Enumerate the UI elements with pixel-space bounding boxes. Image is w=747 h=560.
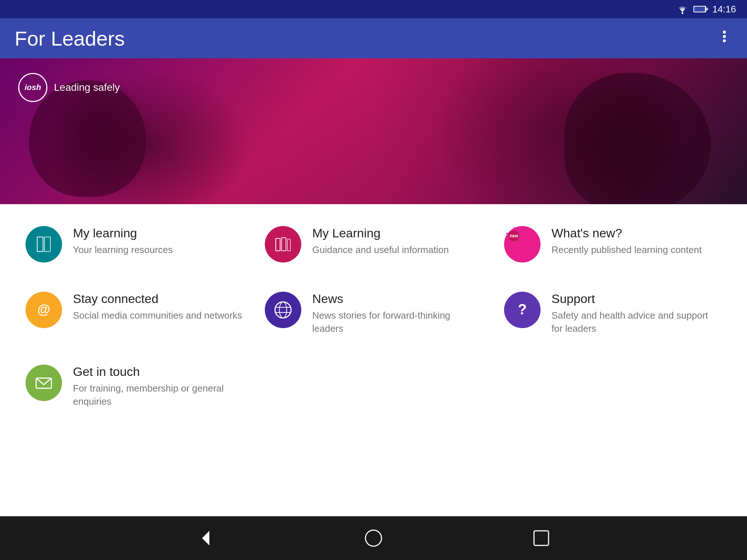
iosh-logo: iosh Leading safely: [18, 73, 120, 102]
menu-item-get-in-touch[interactable]: Get in touch For training, membership or…: [15, 350, 254, 423]
support-title: Support: [551, 292, 721, 306]
svg-rect-14: [276, 239, 280, 250]
home-button[interactable]: [363, 527, 384, 549]
svg-point-0: [681, 12, 683, 14]
get-in-touch-desc: For training, membership or general enqu…: [73, 382, 243, 408]
my-learning-2-text: My Learning Guidance and useful informat…: [312, 226, 482, 256]
stay-connected-desc: Social media communities and networks: [73, 309, 243, 322]
stay-connected-icon: @: [26, 292, 62, 328]
my-learning-icon: [26, 226, 62, 262]
stay-connected-title: Stay connected: [73, 292, 243, 306]
svg-rect-2: [706, 8, 708, 11]
stay-connected-text: Stay connected Social media communities …: [73, 292, 243, 322]
news-text: News News stories for forward-thinking l…: [312, 292, 482, 335]
my-learning-2-icon: [265, 226, 301, 262]
recent-button[interactable]: [530, 527, 552, 549]
svg-rect-3: [694, 7, 705, 12]
whats-new-icon: new: [504, 226, 541, 262]
svg-point-21: [275, 302, 291, 318]
menu-item-news[interactable]: News News stories for forward-thinking l…: [254, 277, 493, 350]
svg-rect-29: [534, 531, 549, 545]
menu-button[interactable]: [716, 28, 732, 48]
svg-rect-9: [38, 237, 43, 251]
wifi-icon: [676, 4, 689, 14]
news-desc: News stories for forward-thinking leader…: [312, 309, 482, 335]
news-icon: [265, 292, 301, 328]
news-title: News: [312, 292, 482, 306]
iosh-tagline: Leading safely: [54, 82, 120, 93]
svg-text:@: @: [37, 302, 50, 317]
nav-bar: [0, 516, 747, 560]
my-learning-2-desc: Guidance and useful information: [312, 243, 482, 256]
svg-rect-10: [45, 237, 50, 251]
my-learning-title: My learning: [73, 226, 243, 240]
get-in-touch-icon: [26, 365, 62, 401]
status-bar: 14:16: [0, 0, 747, 18]
svg-text:?: ?: [518, 301, 527, 317]
my-learning-2-title: My Learning: [312, 226, 482, 240]
back-button[interactable]: [195, 527, 217, 549]
svg-point-6: [723, 39, 726, 42]
menu-item-my-learning[interactable]: My learning Your learning resources: [15, 211, 254, 277]
hero-banner: iosh Leading safely: [0, 58, 747, 204]
whats-new-text: What's new? Recently published learning …: [551, 226, 721, 256]
svg-point-5: [723, 35, 726, 38]
app-title: For Leaders: [15, 27, 125, 50]
menu-item-whats-new[interactable]: new What's new? Recently published learn…: [493, 211, 732, 277]
status-time: 14:16: [712, 4, 736, 15]
svg-rect-16: [288, 240, 290, 250]
iosh-circle: iosh: [18, 73, 47, 102]
battery-icon: [693, 5, 708, 13]
menu-grid: My learning Your learning resources My L…: [0, 204, 747, 430]
menu-item-support[interactable]: ? Support Safety and health advice and s…: [493, 277, 732, 350]
svg-text:new: new: [510, 233, 518, 238]
svg-marker-27: [202, 531, 209, 545]
svg-rect-15: [282, 238, 286, 250]
whats-new-title: What's new?: [551, 226, 721, 240]
support-desc: Safety and health advice and support for…: [551, 309, 721, 335]
whats-new-desc: Recently published learning content: [551, 243, 721, 256]
support-text: Support Safety and health advice and sup…: [551, 292, 721, 335]
svg-point-28: [365, 530, 382, 546]
menu-item-stay-connected[interactable]: @ Stay connected Social media communitie…: [15, 277, 254, 350]
svg-point-4: [723, 31, 726, 34]
get-in-touch-title: Get in touch: [73, 365, 243, 379]
app-bar: For Leaders: [0, 18, 747, 58]
my-learning-text: My learning Your learning resources: [73, 226, 243, 256]
my-learning-desc: Your learning resources: [73, 243, 243, 256]
get-in-touch-text: Get in touch For training, membership or…: [73, 365, 243, 408]
support-icon: ?: [504, 292, 541, 328]
svg-point-22: [279, 302, 287, 318]
menu-item-my-learning-2[interactable]: My Learning Guidance and useful informat…: [254, 211, 493, 277]
